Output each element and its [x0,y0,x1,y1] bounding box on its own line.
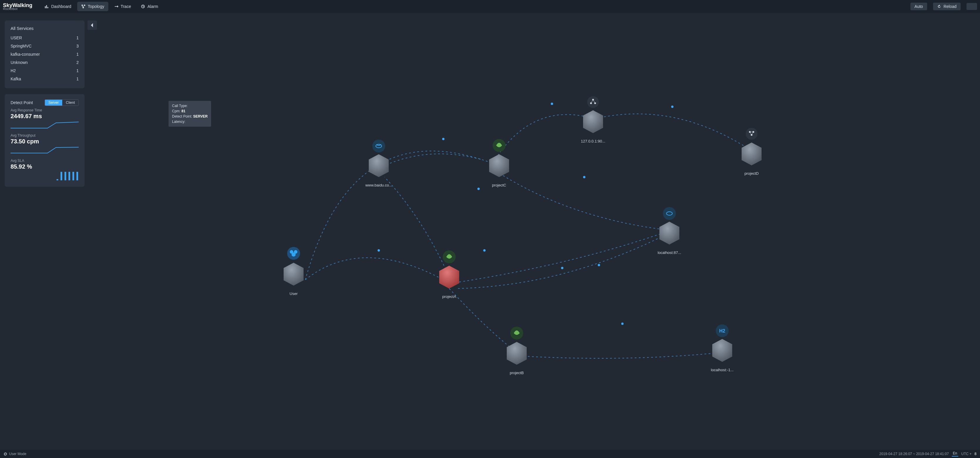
svg-marker-33 [741,143,762,165]
svg-point-16 [583,176,585,178]
svg-text:H2: H2 [719,328,725,333]
svg-rect-1 [46,5,47,8]
tip-cpm-value: 81 [181,109,185,113]
nav-dashboard-label: Dashboard [51,4,72,9]
svg-rect-47 [60,172,62,180]
all-services-panel: All Services USER1SpringMVC3kafka-consum… [5,21,84,88]
topology-icon [81,5,86,8]
svg-rect-0 [45,6,46,8]
node-baidu-label: www.baidu.co... [365,183,392,187]
service-row[interactable]: H21 [11,67,79,75]
tip-call-type-label: Call Type: [172,104,188,108]
node-kafka-label: 127.0.0.1:90... [581,139,605,143]
svg-rect-2 [48,7,48,8]
svg-point-34 [372,139,385,152]
svg-point-36 [587,96,599,108]
node-localhost87[interactable]: localhost:87... [658,207,681,255]
lang-select[interactable]: En [952,451,959,456]
node-kafka[interactable]: 127.0.0.1:90... [581,96,605,143]
svg-rect-46 [57,179,59,180]
node-projectA-label: projectA [442,295,456,299]
svg-rect-50 [73,172,74,180]
svg-point-17 [477,188,480,190]
service-row[interactable]: Unknown2 [11,59,79,67]
svg-marker-35 [369,154,389,177]
nav-alarm-label: Alarm [147,4,158,9]
service-name: H2 [11,68,16,73]
svg-point-9 [551,103,553,105]
tip-cpm-label: Cpm: [172,109,181,113]
service-row[interactable]: SpringMVC3 [11,42,79,50]
svg-rect-48 [65,172,66,180]
svg-rect-51 [76,172,78,180]
service-count: 1 [76,68,79,73]
svg-marker-22 [283,263,304,285]
collapse-sidebar[interactable] [88,21,97,30]
svg-point-8 [442,138,444,140]
detect-point-panel: Detect Point Server Client Avg Response … [5,94,84,187]
svg-marker-42 [659,222,679,244]
node-projectD[interactable]: projectD [741,128,762,176]
art-value: 2449.67 ms [11,113,79,120]
sla-spark [11,171,79,181]
node-user-label: User [290,292,298,296]
server-tab[interactable]: Server [45,100,62,106]
tip-detect-value: SERVER [193,114,208,119]
service-row[interactable]: Kafka1 [11,75,79,83]
nav-alarm[interactable]: Alarm [137,2,162,11]
main-nav: Dashboard Topology Trace Alarm [40,2,162,11]
trace-icon [114,5,118,8]
service-row[interactable]: USER1 [11,34,79,42]
detect-toggle: Server Client [45,100,79,106]
time-range[interactable]: 2019-04-27 18:26:07 ~ 2019-04-27 18:41:0… [879,452,949,456]
svg-rect-4 [84,5,85,6]
sla-label: Avg SLA [11,158,79,163]
reload-label: Reload [943,4,956,9]
client-tab[interactable]: Client [62,100,78,106]
svg-rect-5 [83,7,84,8]
svg-point-21 [291,252,296,257]
chevron-left-icon [91,23,94,27]
svg-marker-26 [507,342,527,365]
node-projectA[interactable]: projectA [439,250,459,299]
node-projectC-label: projectC [492,183,506,187]
svg-point-10 [671,106,673,108]
service-name: Kafka [11,76,21,81]
svg-marker-40 [583,110,603,133]
nav-dashboard[interactable]: Dashboard [40,2,75,11]
reload-button[interactable]: Reload [933,3,961,10]
node-projectC[interactable]: projectC [489,139,509,187]
node-baidu[interactable]: www.baidu.co... [365,139,392,187]
all-services-title: All Services [11,26,79,31]
brand: SkyWalking Rocketbot [3,3,32,11]
nav-topology[interactable]: Topology [77,2,108,11]
svg-point-29 [746,128,757,139]
nav-trace-label: Trace [121,4,131,9]
tip-latency-label: Latency: [172,120,185,124]
service-count: 3 [76,44,79,48]
art-label: Avg Response Time [11,108,79,112]
topology-canvas[interactable]: User projectA projectB projectC [0,13,980,450]
svg-point-14 [598,264,600,266]
service-name: kafka-consumer [11,52,40,57]
node-localhost-1-label: localhost:-1... [711,368,733,372]
service-name: Unknown [11,60,28,65]
node-projectB-label: projectB [510,371,524,375]
svg-point-15 [621,323,624,325]
node-projectD-label: projectD [745,171,759,176]
auto-toggle[interactable]: Auto [910,3,927,10]
node-localhost-1[interactable]: H2 localhost:-1... [711,324,733,372]
utc-value[interactable]: 8 [974,452,977,456]
node-user[interactable]: User [283,247,304,296]
utc-label: UTC + [961,452,972,456]
service-row[interactable]: kafka-consumer1 [11,50,79,59]
brand-sub: Rocketbot [3,7,32,11]
user-menu[interactable] [967,3,977,10]
user-mode[interactable]: User Mode [9,452,26,456]
node-projectB[interactable]: projectB [507,326,527,375]
tip-detect-label: Detect Point: [172,114,192,119]
nav-trace[interactable]: Trace [110,2,135,11]
throughput-value: 73.50 cpm [11,138,79,145]
svg-marker-45 [712,339,732,362]
node-group: User projectA projectB projectC [283,96,762,375]
